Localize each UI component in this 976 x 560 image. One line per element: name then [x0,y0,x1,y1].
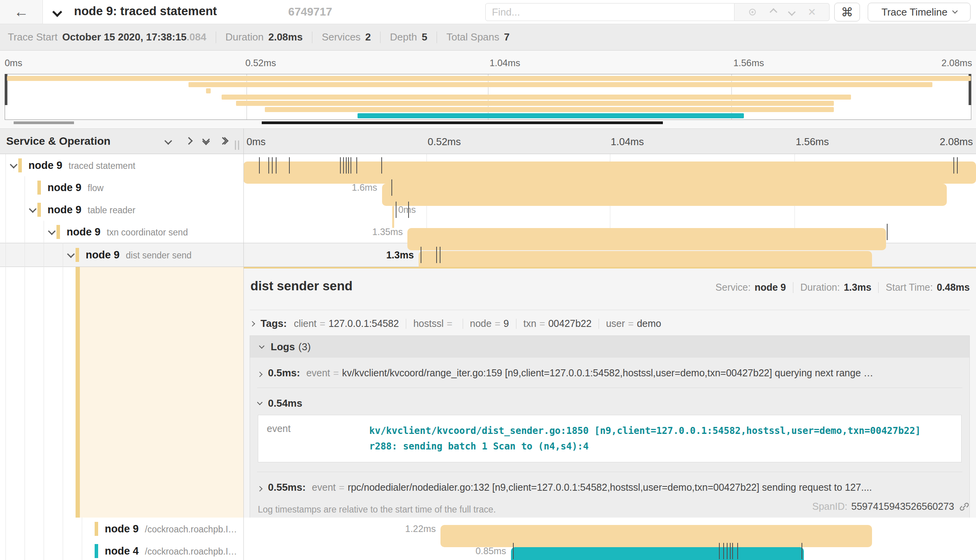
column-resizer[interactable] [235,140,239,150]
indent-guide [63,267,63,518]
log-entry-expanded[interactable]: 0.54ms [257,388,962,413]
row-chevron-down-icon[interactable] [29,205,37,213]
span-detail-meta: Service: node 9 Duration: 1.3ms Start Ti… [715,282,970,293]
span-row[interactable]: node 9traced statement [0,154,976,176]
minimap-tick: 2.08ms [941,58,972,68]
row-chevron-down-icon[interactable] [67,250,75,258]
tags-label: Tags: [261,318,287,330]
bottom-span-rows: node 9/cockroach.roachpb.I… 1.22ms node … [0,518,976,560]
log-key: event [312,482,336,493]
span-duration-label: 1.3ms [386,249,414,261]
services-label: Services [322,31,361,43]
command-icon: ⌘ [841,5,853,19]
find-controls: ✕ [735,3,830,21]
span-row[interactable]: node 9table reader 0ms [0,198,976,221]
minimap-span [5,107,971,112]
log-marker-tick [802,543,802,559]
log-marker-tick [391,179,392,196]
separator [312,32,312,43]
separator [599,319,599,329]
tag-eq: = [628,318,634,329]
span-row-selected[interactable]: node 9dist sender send 1.3ms [0,243,976,267]
view-dropdown-button[interactable]: Trace Timeline [868,3,971,21]
find-prev-icon[interactable] [770,8,777,16]
log-expander-icon [257,486,262,492]
row-chevron-down-icon[interactable] [10,161,18,169]
back-button[interactable]: ← [0,0,43,24]
divider [250,310,970,310]
span-track[interactable]: 1.6ms [243,176,976,198]
log-field-table: event kv/kvclient/kvcoord/dist_sender.go… [258,415,962,462]
log-marker-tick [513,543,514,559]
indent-guide [44,267,44,518]
find-clear-icon[interactable]: ✕ [808,6,816,18]
tag-value: demo [637,318,661,329]
tag-key: client [294,318,316,329]
double-chevron-right-icon[interactable] [220,138,227,144]
log-eq: = [339,482,345,493]
log-marker-tick [440,247,440,263]
minimap-span [5,95,971,100]
timeline-tick: 2.08ms [940,136,973,148]
keyboard-shortcuts-button[interactable]: ⌘ [834,3,860,21]
minimap-canvas[interactable] [5,74,971,120]
trace-summary-bar: Trace Start October 15 2020, 17:38:15 .0… [0,24,976,51]
chevron-right-icon[interactable] [186,138,192,145]
span-track[interactable]: 0.85ms [243,540,976,560]
scrollbar-piece[interactable] [14,121,74,124]
duration-label: Duration: [800,282,840,293]
tags-expander-icon[interactable] [250,321,255,326]
minimap-scrollbar[interactable] [0,121,976,124]
span-row[interactable]: node 4/cockroach.roachpb.I… 0.85ms [0,540,976,560]
span-track[interactable]: 1.22ms [243,518,976,540]
find-input[interactable] [485,3,735,21]
span-id-value: 5597415943526560273 [851,501,954,512]
span-operation: flow [88,183,104,193]
log-marker-tick [348,157,349,174]
span-service-name: node 9table reader [48,204,136,216]
log-marker-tick [381,157,382,174]
separator [463,319,463,329]
log-time: 0.5ms: [268,367,300,379]
span-track[interactable]: 1.35ms [243,221,976,243]
log-marker-tick [436,247,437,263]
collapse-trace-chevron-icon[interactable] [52,7,62,17]
log-marker-tick [259,157,260,174]
span-bar[interactable] [511,547,804,560]
span-track[interactable]: 1.3ms [243,243,976,267]
minimap-tick: 0ms [5,58,22,68]
trace-start-label: Trace Start [8,31,58,43]
services-value: 2 [365,31,371,43]
link-icon[interactable] [959,501,970,512]
scrollbar-thumb[interactable] [262,121,663,124]
log-marker-tick [340,157,341,174]
span-row[interactable]: node 9flow 1.6ms [0,176,976,198]
double-chevron-down-icon[interactable] [203,137,209,144]
span-track[interactable]: 0ms [243,198,976,221]
tag-key: node [470,318,492,329]
log-time: 0.55ms: [268,481,306,493]
depth-label: Depth [390,31,417,43]
log-marker-tick [272,157,273,174]
span-track[interactable] [243,154,976,176]
chevron-down-icon [952,8,958,14]
timeline-tick: 1.56ms [796,136,829,148]
span-duration-label: 1.6ms [352,182,377,193]
span-row[interactable]: node 9txn coordinator send 1.35ms [0,221,976,243]
log-marker-tick [396,202,396,218]
find-next-icon[interactable] [788,8,796,16]
log-time: 0.54ms [268,397,302,409]
log-marker-tick [953,157,954,174]
span-row[interactable]: node 9/cockroach.roachpb.I… 1.22ms [0,518,976,540]
log-entry[interactable]: 0.55ms: event = rpc/nodedialer/nodediale… [257,472,962,502]
locate-icon[interactable] [747,7,758,17]
span-color-bar [37,203,41,217]
log-entry[interactable]: 0.5ms: event = kv/kvclient/kvcoord/range… [257,358,962,388]
service-label: Service: [715,282,750,293]
logs-header[interactable]: Logs (3) [250,336,969,358]
column-divider[interactable] [243,128,244,560]
chevron-down-icon[interactable] [166,138,171,145]
separator [380,32,381,43]
tag-key: hostssl [413,318,444,329]
row-chevron-down-icon[interactable] [48,227,56,235]
